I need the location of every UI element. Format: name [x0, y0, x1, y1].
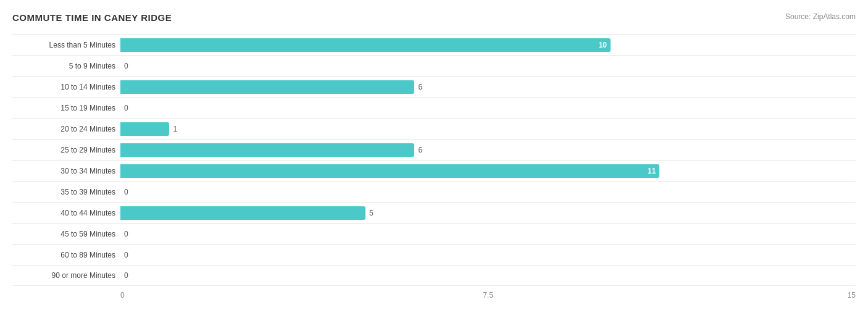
bar-value-inside: 11: [648, 167, 656, 175]
bar-value-inside: 10: [599, 41, 607, 49]
bar-value-outside: 0: [124, 104, 128, 112]
x-axis-label: 0: [120, 291, 125, 300]
bar-row: 60 to 89 Minutes0: [12, 244, 856, 265]
bar-row: 10 to 14 Minutes6: [12, 76, 856, 97]
bar-value-outside: 0: [124, 62, 128, 70]
bar-value-outside: 6: [418, 146, 422, 154]
chart-title: COMMUTE TIME IN CANEY RIDGE: [12, 12, 172, 23]
bar-container: 0: [120, 248, 856, 262]
bar-value-outside: 6: [418, 83, 422, 91]
x-axis-label: 15: [848, 291, 856, 300]
bar-row: Less than 5 Minutes10: [12, 34, 856, 55]
bars-container: Less than 5 Minutes105 to 9 Minutes010 t…: [12, 34, 856, 286]
bar-container: 0: [120, 101, 856, 115]
bar-container: 10: [120, 38, 856, 52]
bar-container: 1: [120, 122, 856, 136]
bar-row: 40 to 44 Minutes5: [12, 202, 856, 223]
bar-value-outside: 0: [124, 251, 128, 259]
bar-container: 0: [120, 269, 856, 282]
bar-fill: 11: [120, 164, 659, 178]
bar-value-outside: 0: [124, 188, 128, 196]
bar-container: 0: [120, 185, 856, 199]
bar-row: 15 to 19 Minutes0: [12, 97, 856, 118]
bar-value-outside: 0: [124, 271, 128, 280]
bar-container: 11: [120, 164, 856, 178]
bar-label: 45 to 59 Minutes: [12, 230, 120, 238]
bar-label: 25 to 29 Minutes: [12, 146, 120, 154]
bar-label: 30 to 34 Minutes: [12, 167, 120, 175]
source-text: Source: ZipAtlas.com: [785, 12, 856, 21]
bar-fill: 10: [120, 38, 611, 52]
bar-fill: [120, 206, 365, 220]
bar-label: 15 to 19 Minutes: [12, 104, 120, 112]
bar-label: 40 to 44 Minutes: [12, 209, 120, 217]
bar-value-outside: 1: [173, 125, 177, 133]
bar-label: 35 to 39 Minutes: [12, 188, 120, 196]
bar-label: 60 to 89 Minutes: [12, 251, 120, 259]
x-axis: 07.515: [120, 291, 856, 303]
bar-container: 5: [120, 206, 856, 220]
bar-container: 6: [120, 80, 856, 94]
bar-fill: [120, 143, 414, 157]
bar-row: 5 to 9 Minutes0: [12, 55, 856, 76]
bar-container: 0: [120, 59, 856, 73]
bar-fill: [120, 80, 414, 94]
bar-value-outside: 5: [369, 209, 373, 217]
bar-row: 35 to 39 Minutes0: [12, 181, 856, 202]
x-axis-label: 7.5: [483, 291, 493, 300]
bar-label: 10 to 14 Minutes: [12, 83, 120, 91]
bar-label: Less than 5 Minutes: [12, 41, 120, 49]
bar-label: 20 to 24 Minutes: [12, 125, 120, 133]
bar-row: 90 or more Minutes0: [12, 265, 856, 286]
bar-container: 0: [120, 227, 856, 241]
bar-row: 25 to 29 Minutes6: [12, 139, 856, 160]
bar-row: 20 to 24 Minutes1: [12, 118, 856, 139]
bar-row: 45 to 59 Minutes0: [12, 223, 856, 244]
bar-row: 30 to 34 Minutes11: [12, 160, 856, 181]
bar-value-outside: 0: [124, 230, 128, 238]
bar-container: 6: [120, 143, 856, 157]
bar-fill: [120, 122, 169, 136]
bar-label: 5 to 9 Minutes: [12, 62, 120, 70]
chart-area: Less than 5 Minutes105 to 9 Minutes010 t…: [12, 34, 856, 303]
bar-label: 90 or more Minutes: [12, 271, 120, 280]
